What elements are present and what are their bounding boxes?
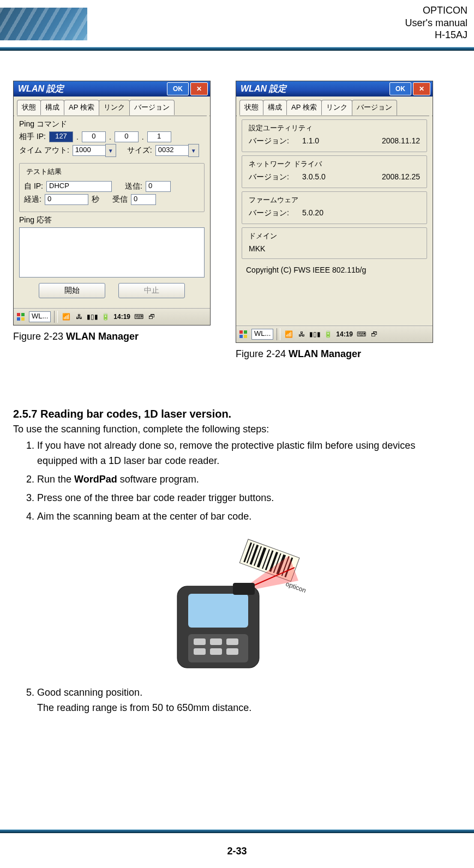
tab-version[interactable]: バージョン — [352, 100, 397, 116]
tray-barcode-icon: ▮▯▮ — [87, 312, 97, 322]
start-flag-icon[interactable] — [238, 329, 248, 339]
steps-list: If you have not already done so, remove … — [25, 438, 461, 524]
size-combo[interactable]: 0032 ▼ — [155, 144, 199, 156]
ip-octet-2[interactable]: 0 — [82, 131, 106, 142]
start-flag-icon[interactable] — [16, 312, 26, 322]
self-ip-label: 自 IP: — [24, 182, 43, 191]
tab-link[interactable]: リンク — [99, 100, 130, 116]
timeout-combo[interactable]: 1000 ▼ — [73, 144, 116, 156]
ip-octet-4[interactable]: 1 — [147, 131, 171, 142]
svg-rect-32 — [233, 583, 255, 595]
version-label: バージョン: — [249, 208, 292, 218]
tray-network-icon: 🖧 — [297, 329, 307, 339]
svg-rect-5 — [244, 330, 247, 334]
tray-barcode-icon: ▮▯▮ — [310, 329, 320, 339]
step-5: Good scanning position. The reading rang… — [37, 685, 458, 716]
tab-config[interactable]: 構成 — [40, 100, 64, 115]
footer-rule — [0, 829, 474, 833]
close-button[interactable]: ✕ — [413, 82, 430, 95]
ping-response-label: Ping 応答 — [19, 215, 205, 225]
clock: 14:19 — [113, 313, 130, 321]
utility-version: 1.1.0 — [302, 136, 319, 146]
svg-rect-29 — [194, 648, 206, 655]
wlan-titlebar-right: WLAN 設定 OK ✕ — [236, 81, 433, 97]
close-button[interactable]: ✕ — [190, 82, 208, 95]
screenshot-left: WLAN 設定 OK ✕ 状態 構成 AP 検索 リンク バージョン Ping … — [13, 81, 209, 360]
page-header: OPTICON User's manual H-15AJ — [0, 0, 474, 55]
driver-date: 2008.12.25 — [382, 172, 420, 182]
version-label: バージョン: — [249, 136, 292, 146]
recv-label: 受信 — [112, 195, 128, 204]
tab-apsearch[interactable]: AP 検索 — [64, 100, 99, 115]
step-1: If you have not already done so, remove … — [37, 438, 458, 469]
elapsed-label: 経過: — [24, 195, 41, 204]
ping-response-area[interactable] — [19, 227, 205, 278]
ok-button[interactable]: OK — [167, 82, 189, 95]
tab-version[interactable]: バージョン — [129, 100, 175, 115]
tray-keyboard-icon[interactable]: ⌨ — [356, 329, 366, 339]
domain-value: MKK — [249, 244, 265, 253]
version-label: バージョン: — [249, 172, 292, 182]
svg-rect-31 — [226, 648, 238, 655]
tabs-right: 状態 構成 AP 検索 リンク バージョン — [236, 97, 433, 116]
svg-rect-6 — [239, 335, 243, 338]
self-ip-field[interactable]: DHCP — [46, 181, 112, 192]
timeout-label: タイム アウト: — [19, 146, 69, 155]
svg-rect-26 — [194, 638, 206, 645]
header-model: H-15AJ — [405, 29, 467, 41]
svg-rect-0 — [17, 313, 20, 316]
page-number: 2-33 — [0, 846, 474, 857]
test-result-group: テスト結果 — [24, 167, 64, 177]
tab-status[interactable]: 状態 — [17, 100, 41, 115]
tab-status[interactable]: 状態 — [239, 100, 263, 115]
window-title: WLAN 設定 — [18, 83, 64, 95]
svg-rect-30 — [210, 648, 222, 655]
task-app[interactable]: WL... — [251, 329, 273, 340]
tray-windows-icon[interactable]: 🗗 — [369, 329, 379, 339]
size-value[interactable]: 0032 — [155, 145, 188, 156]
ok-button[interactable]: OK — [389, 82, 411, 95]
svg-rect-4 — [239, 330, 243, 334]
tab-config[interactable]: 構成 — [263, 100, 287, 115]
grp-domain: ドメイン — [247, 231, 279, 241]
grp-utility: 設定ユーティリティ — [247, 123, 315, 133]
step-2: Run the WordPad software program. — [37, 472, 458, 487]
header-doc: User's manual — [405, 17, 467, 29]
chevron-down-icon[interactable]: ▼ — [105, 144, 116, 157]
task-app[interactable]: WL... — [29, 311, 51, 322]
svg-rect-1 — [21, 313, 25, 316]
tabs-left: 状態 構成 AP 検索 リンク バージョン — [14, 97, 210, 116]
svg-rect-24 — [188, 594, 248, 628]
grp-firmware: ファームウェア — [247, 195, 301, 205]
header-rule — [0, 47, 474, 51]
step-4: Aim the scanning beam at the center of b… — [37, 509, 458, 525]
timeout-value[interactable]: 1000 — [73, 145, 105, 156]
tray-network-icon: 🖧 — [74, 312, 84, 322]
sent-field: 0 — [146, 181, 171, 192]
tray-windows-icon[interactable]: 🗗 — [147, 312, 157, 322]
tab-link[interactable]: リンク — [321, 100, 352, 115]
peer-ip-label: 相手 IP: — [19, 132, 46, 142]
start-button[interactable]: 開始 — [39, 283, 105, 298]
section-heading: 2.5.7 Reading bar codes, 1D laser versio… — [13, 408, 461, 420]
ip-octet-1[interactable]: 127 — [49, 131, 73, 142]
tray-signal-icon: 📶 — [61, 312, 71, 322]
utility-date: 2008.11.12 — [382, 136, 420, 146]
step-3: Press one of the three bar code reader t… — [37, 491, 458, 506]
firmware-version: 5.0.20 — [302, 208, 323, 218]
steps-list-cont: Good scanning position. The reading rang… — [25, 685, 461, 716]
clock: 14:19 — [336, 330, 353, 338]
svg-rect-3 — [21, 317, 25, 321]
ip-octet-3[interactable]: 0 — [115, 131, 139, 142]
header-text: OPTICON User's manual H-15AJ — [405, 4, 467, 41]
tray-keyboard-icon[interactable]: ⌨ — [134, 312, 143, 322]
copyright: Copyright (C) FWS IEEE 802.11b/g — [242, 262, 427, 278]
figure-caption-right: Figure 2-24 WLAN Manager — [236, 348, 432, 360]
sec-label: 秒 — [92, 195, 99, 204]
scanner-illustration: opticon — [13, 534, 461, 676]
chevron-down-icon[interactable]: ▼ — [188, 144, 199, 157]
tray-signal-icon: 📶 — [284, 329, 293, 339]
tray-battery-icon: 🔋 — [100, 312, 110, 322]
tray-battery-icon: 🔋 — [323, 329, 333, 339]
tab-apsearch[interactable]: AP 検索 — [286, 100, 322, 115]
